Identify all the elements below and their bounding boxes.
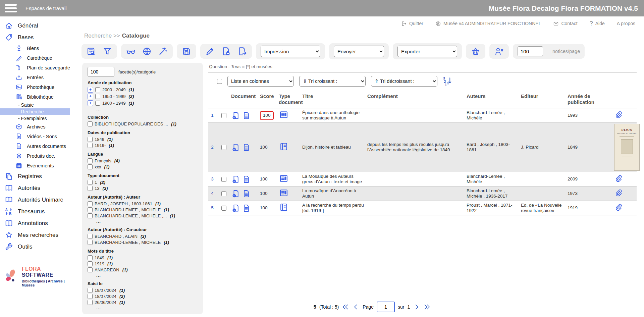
save-icon[interactable] [181,46,192,56]
facet-checkbox[interactable] [88,294,93,299]
facet-more[interactable]: ... [96,273,198,278]
sort-desc-select[interactable]: ⇑ Tri décroissant : [371,76,437,87]
facet-checkbox[interactable] [88,164,93,169]
sidebar-item-outils[interactable]: Outils [0,241,72,253]
facet-checkbox[interactable] [88,240,93,245]
pencil-icon[interactable] [205,46,215,56]
result-row-number[interactable]: 2 [208,144,218,151]
facet-checkbox[interactable] [88,213,93,218]
doc-lines-icon[interactable] [242,204,251,213]
last-page-icon[interactable] [423,303,431,311]
sidebar-item-mes-recherches[interactable]: Mes recherches [0,229,72,241]
previous-page-icon[interactable] [352,303,360,311]
sidebar-item-produits-doc[interactable]: Produits doc. [0,151,72,161]
facet-checkbox[interactable] [95,87,100,92]
sidebar-item-ev-nements[interactable]: Evènements [0,161,72,170]
apropos-link[interactable]: A propos [617,21,635,26]
sidebar-item-autorit-s[interactable]: Autorités [0,182,72,194]
doc-lines-icon[interactable] [242,111,251,120]
doc-lines-icon[interactable] [242,189,251,198]
facet-more[interactable]: ... [96,106,198,111]
next-page-icon[interactable] [413,303,420,311]
sidebar-item-phototh-que[interactable]: Photothèque [0,82,72,92]
attachment-icon[interactable] [614,110,623,119]
doc-refresh-icon[interactable] [231,189,240,198]
sidebar-item-thesaurus[interactable]: ABThesaurus [0,206,72,217]
facet-checkbox[interactable] [88,207,93,212]
facet-checkbox[interactable] [88,300,93,305]
envoyer-select[interactable]: Envoyer [334,46,384,57]
result-row-number[interactable]: 4 [208,190,218,198]
sidebar-item-autres-documents[interactable]: Autres documents [0,141,72,151]
doc-refresh-icon[interactable] [231,175,240,184]
wand-icon[interactable] [158,46,168,56]
facet-checkbox[interactable] [95,94,100,99]
facet-count-input[interactable] [88,67,114,77]
expand-plus-icon[interactable]: + [88,94,93,99]
sidebar-item-registres[interactable]: Registres [0,170,72,182]
sidebar-item-biblioth-que[interactable]: Bibliothèque [0,92,72,102]
sidebar-item-biens[interactable]: Biens [0,43,72,53]
sidebar-item-caroth-que[interactable]: Carothèque [0,53,72,63]
facet-checkbox[interactable] [95,101,100,106]
facet-checkbox[interactable] [88,180,93,185]
sidebar-item-saisie[interactable]: - Saisie [0,102,72,108]
sidebar-item-archives[interactable]: Archives [0,122,72,131]
sidebar-item-entr-es[interactable]: Entrées [0,72,72,82]
sidebar-item-recherche[interactable]: - Recherche [0,108,70,115]
doc-lines-icon[interactable] [242,143,251,152]
doc-export-icon[interactable] [237,46,247,56]
select-all-checkbox[interactable] [217,79,222,84]
sidebar-item-vid-os-sons[interactable]: Vidéos - Sons [0,131,72,141]
sidebar-item-g-n-ral[interactable]: Général [0,20,72,32]
row-checkbox[interactable] [221,206,226,211]
doc-lock-icon[interactable] [221,46,231,56]
doc-lines-icon[interactable] [242,175,251,184]
sidebar-item-autorit-s-unimarc[interactable]: Autorités Unimarc [0,194,72,206]
attachment-icon[interactable] [614,174,623,182]
globe-icon[interactable] [142,46,152,56]
person-x-icon[interactable] [494,46,504,56]
first-page-icon[interactable] [342,303,349,311]
facet-checkbox[interactable] [88,267,93,272]
sort-numeric-icon[interactable]: 321 [443,76,453,86]
sort-asc-select[interactable]: ⇓ Tri croissant : [299,76,366,87]
facet-checkbox[interactable] [88,255,93,260]
workspaces-link[interactable]: Espaces de travail [25,5,67,11]
quitter-link[interactable]: Quitter [401,21,423,27]
exporter-select[interactable]: Exporter [397,46,457,57]
row-checkbox[interactable] [221,177,226,182]
page-input[interactable] [377,302,395,312]
doc-refresh-icon[interactable] [231,204,240,213]
impression-select[interactable]: Impression [261,46,320,57]
notices-input[interactable] [518,46,543,56]
facet-checkbox[interactable] [88,137,93,142]
sidebar-item-plan-de-sauvegarde[interactable]: Plan de sauvegarde [0,63,72,72]
result-row-number[interactable]: 3 [208,175,218,183]
basket-icon[interactable] [471,46,481,56]
glasses-icon[interactable] [126,46,136,56]
result-thumbnail[interactable]: DIJONHISTOIRE ET TABLEAU [614,124,640,171]
facet-checkbox[interactable] [88,261,93,266]
list-search-icon[interactable] [86,46,96,56]
doc-refresh-icon[interactable] [231,111,240,120]
contact-link[interactable]: Contact [553,21,577,27]
facet-checkbox[interactable] [88,158,93,163]
facet-checkbox[interactable] [88,186,93,191]
expand-plus-icon[interactable]: + [88,87,93,93]
facet-checkbox[interactable] [88,288,93,293]
attachment-icon[interactable] [614,203,623,211]
result-row-number[interactable]: 5 [208,204,218,212]
expand-plus-icon[interactable]: + [88,100,93,106]
facet-checkbox[interactable] [88,143,93,148]
facet-more[interactable]: ... [96,305,198,310]
facet-more[interactable]: ... [96,219,198,224]
filter-icon[interactable] [102,46,112,56]
sidebar-item-annotations[interactable]: Annotations [0,217,72,229]
aide-link[interactable]: ? Aide [590,20,605,27]
sidebar-item-bases[interactable]: Bases [0,32,72,43]
menu-icon[interactable] [5,4,17,12]
user-account[interactable]: Musée v4 ADMINISTRATEUR FONCTIONNEL [435,21,541,27]
row-checkbox[interactable] [221,113,226,118]
row-checkbox[interactable] [221,191,226,196]
